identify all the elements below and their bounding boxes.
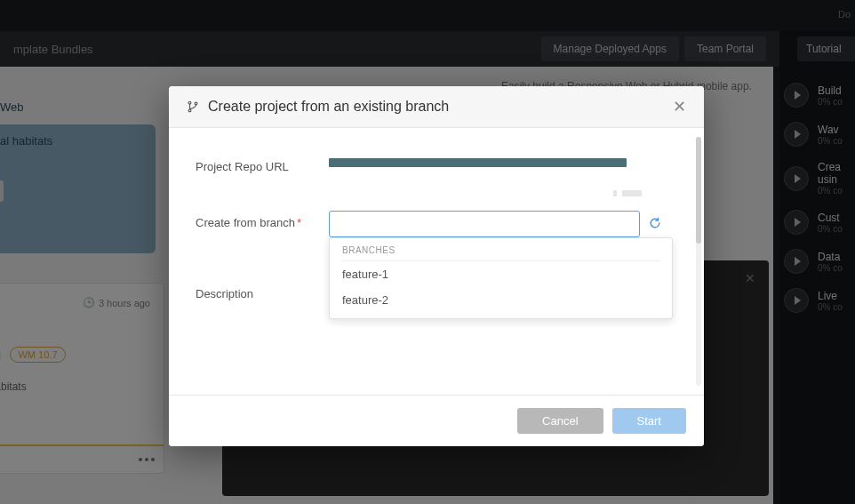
start-button[interactable]: Start <box>612 408 686 434</box>
svg-point-1 <box>188 109 191 112</box>
branch-option[interactable]: feature-2 <box>330 287 672 313</box>
branch-label: Create from branch* <box>196 211 329 229</box>
branch-option[interactable]: feature-1 <box>330 261 672 287</box>
create-project-modal: Create project from an existing branch ✕… <box>169 86 704 446</box>
project-url-value-redacted <box>329 158 627 167</box>
svg-point-0 <box>188 101 191 104</box>
cancel-button[interactable]: Cancel <box>517 408 603 434</box>
refresh-branches-button[interactable] <box>649 217 661 232</box>
branch-icon <box>187 100 199 113</box>
description-label: Description <box>196 282 329 300</box>
branch-dropdown: BRANCHES feature-1 feature-2 <box>329 237 673 319</box>
svg-point-2 <box>195 102 197 105</box>
modal-title: Create project from an existing branch <box>208 99 449 115</box>
dropdown-section-header: BRANCHES <box>342 245 659 261</box>
branch-row: Create from branch* BRANCHES feature-1 <box>196 211 686 237</box>
refresh-icon <box>649 217 661 229</box>
project-url-row: Project Repo URL <box>196 155 686 196</box>
modal-header: Create project from an existing branch ✕ <box>169 86 704 128</box>
project-url-label: Project Repo URL <box>196 155 329 173</box>
modal-body: Project Repo URL Create from branch* <box>169 128 704 395</box>
modal-close-button[interactable]: ✕ <box>673 99 686 115</box>
modal-footer: Cancel Start <box>169 395 704 446</box>
branch-input[interactable] <box>329 211 640 237</box>
scrollbar-thumb[interactable] <box>696 137 701 244</box>
